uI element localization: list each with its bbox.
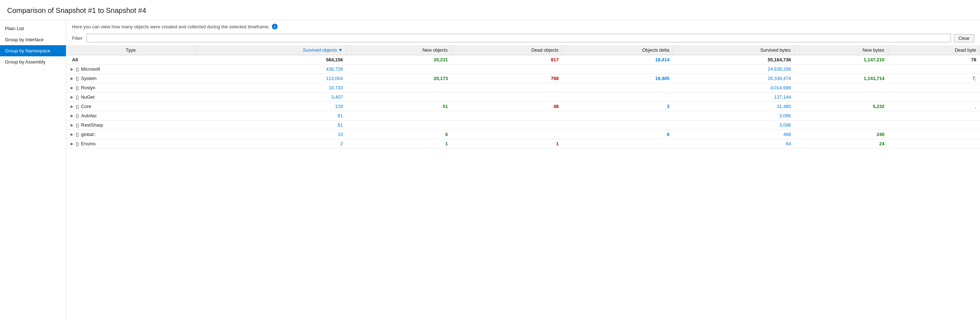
table-row: ▶ {} Roslyn 10,733 4,014,688 xyxy=(66,83,980,93)
filter-input[interactable] xyxy=(87,34,951,42)
row-delta-0 xyxy=(562,65,673,74)
row-new-3 xyxy=(346,93,451,102)
row-new-8: 1 xyxy=(346,139,451,149)
content-area: Here you can view how many objects were … xyxy=(66,20,980,318)
row-nbytes-6 xyxy=(794,120,888,130)
filter-bar: Filter: Clear xyxy=(66,32,980,45)
row-survived-0: 436,729 xyxy=(195,65,346,74)
col-header-dead-bytes[interactable]: Dead byte xyxy=(888,45,980,55)
row-dbytes-4: , xyxy=(888,102,980,111)
col-header-survived-bytes[interactable]: Survived bytes xyxy=(673,45,794,55)
row-new-0 xyxy=(346,65,451,74)
row-survived-4: 129 xyxy=(195,102,346,111)
col-header-new-objects[interactable]: New objects xyxy=(346,45,451,55)
row-dead-2 xyxy=(451,83,562,93)
col-header-objects-delta[interactable]: Objects delta xyxy=(562,45,673,55)
row-nbytes-5 xyxy=(794,111,888,120)
table-row: ▶ {} global:: 10 6 6 488 240 xyxy=(66,130,980,139)
row-nbytes-2 xyxy=(794,83,888,93)
row-type-6: ▶ {} RestSharp xyxy=(66,120,195,130)
row-nbytes-0 xyxy=(794,65,888,74)
sidebar-item-group-by-assembly[interactable]: Group by Assembly xyxy=(0,56,66,67)
row-survived-5: 81 xyxy=(195,111,346,120)
summary-dead: 817 xyxy=(451,55,562,65)
row-dead-1: 768 xyxy=(451,74,562,83)
row-new-7: 6 xyxy=(346,130,451,139)
row-dbytes-7 xyxy=(888,130,980,139)
row-dbytes-8 xyxy=(888,139,980,149)
info-bar: Here you can view how many objects were … xyxy=(66,20,980,32)
row-new-1: 20,173 xyxy=(346,74,451,83)
row-dead-0 xyxy=(451,65,562,74)
row-dbytes-0 xyxy=(888,65,980,74)
data-table: TypeSurvived objects ▼New objectsDead ob… xyxy=(66,45,980,149)
row-sbytes-3: 137,144 xyxy=(673,93,794,102)
col-header-new-bytes[interactable]: New bytes xyxy=(794,45,888,55)
clear-button[interactable]: Clear xyxy=(954,34,974,42)
summary-new: 20,231 xyxy=(346,55,451,65)
col-header-type[interactable]: Type xyxy=(66,45,195,55)
row-dead-3 xyxy=(451,93,562,102)
page-title: Comparison of Snapshot #1 to Snapshot #4 xyxy=(0,0,980,20)
table-row: ▶ {} Core 129 51 48 3 31,480 5,232 , xyxy=(66,102,980,111)
col-header-survived-objects[interactable]: Survived objects ▼ xyxy=(195,45,346,55)
info-icon: i xyxy=(272,24,278,29)
summary-dead-bytes: 79 xyxy=(888,55,980,65)
table-row: ▶ {} Enums 2 1 1 64 24 xyxy=(66,139,980,149)
row-survived-3: 3,407 xyxy=(195,93,346,102)
row-delta-2 xyxy=(562,83,673,93)
row-delta-4: 3 xyxy=(562,102,673,111)
summary-survived: 564,156 xyxy=(195,55,346,65)
row-type-3: ▶ {} NuGet xyxy=(66,93,195,102)
table-wrapper: TypeSurvived objects ▼New objectsDead ob… xyxy=(66,45,980,318)
row-nbytes-3 xyxy=(794,93,888,102)
row-dead-5 xyxy=(451,111,562,120)
row-new-6 xyxy=(346,120,451,130)
sidebar-item-group-by-namespace[interactable]: Group by Namespace xyxy=(0,45,66,56)
row-dbytes-2 xyxy=(888,83,980,93)
row-sbytes-0: 24,636,206 xyxy=(673,65,794,74)
filter-label: Filter: xyxy=(72,35,84,41)
row-new-4: 51 xyxy=(346,102,451,111)
table-row: ▶ {} Autofac 81 3,096 xyxy=(66,111,980,120)
sidebar-item-plain-list[interactable]: Plain List xyxy=(0,23,66,34)
row-type-1: ▶ {} System xyxy=(66,74,195,83)
row-survived-7: 10 xyxy=(195,130,346,139)
row-delta-7: 6 xyxy=(562,130,673,139)
row-survived-6: 61 xyxy=(195,120,346,130)
info-text: Here you can view how many objects were … xyxy=(72,24,270,29)
row-delta-5 xyxy=(562,111,673,120)
col-header-dead-objects[interactable]: Dead objects xyxy=(451,45,562,55)
row-sbytes-6: 3,096 xyxy=(673,120,794,130)
row-nbytes-8: 24 xyxy=(794,139,888,149)
row-new-5 xyxy=(346,111,451,120)
row-dbytes-6 xyxy=(888,120,980,130)
row-nbytes-7: 240 xyxy=(794,130,888,139)
row-survived-2: 10,733 xyxy=(195,83,346,93)
row-sbytes-2: 4,014,688 xyxy=(673,83,794,93)
row-delta-6 xyxy=(562,120,673,130)
sidebar-item-group-by-interface[interactable]: Group by Interface xyxy=(0,34,66,45)
table-row: ▶ {} System 113,004 20,173 768 19,405 26… xyxy=(66,74,980,83)
row-dbytes-3 xyxy=(888,93,980,102)
row-sbytes-7: 488 xyxy=(673,130,794,139)
sidebar: Plain ListGroup by InterfaceGroup by Nam… xyxy=(0,20,66,318)
row-dbytes-1: 7, xyxy=(888,74,980,83)
table-body: All 564,156 20,231 817 19,414 55,164,736… xyxy=(66,55,980,149)
row-delta-8 xyxy=(562,139,673,149)
table-row: ▶ {} RestSharp 61 3,096 xyxy=(66,120,980,130)
row-sbytes-8: 64 xyxy=(673,139,794,149)
summary-survived-bytes: 55,164,736 xyxy=(673,55,794,65)
row-dead-8: 1 xyxy=(451,139,562,149)
row-sbytes-4: 31,480 xyxy=(673,102,794,111)
row-new-2 xyxy=(346,83,451,93)
row-nbytes-1: 1,141,714 xyxy=(794,74,888,83)
row-nbytes-4: 5,232 xyxy=(794,102,888,111)
row-type-7: ▶ {} global:: xyxy=(66,130,195,139)
row-type-4: ▶ {} Core xyxy=(66,102,195,111)
row-type-5: ▶ {} Autofac xyxy=(66,111,195,120)
summary-row: All 564,156 20,231 817 19,414 55,164,736… xyxy=(66,55,980,65)
row-survived-8: 2 xyxy=(195,139,346,149)
table-row: ▶ {} Microsoft 436,729 24,636,206 xyxy=(66,65,980,74)
row-dead-7 xyxy=(451,130,562,139)
